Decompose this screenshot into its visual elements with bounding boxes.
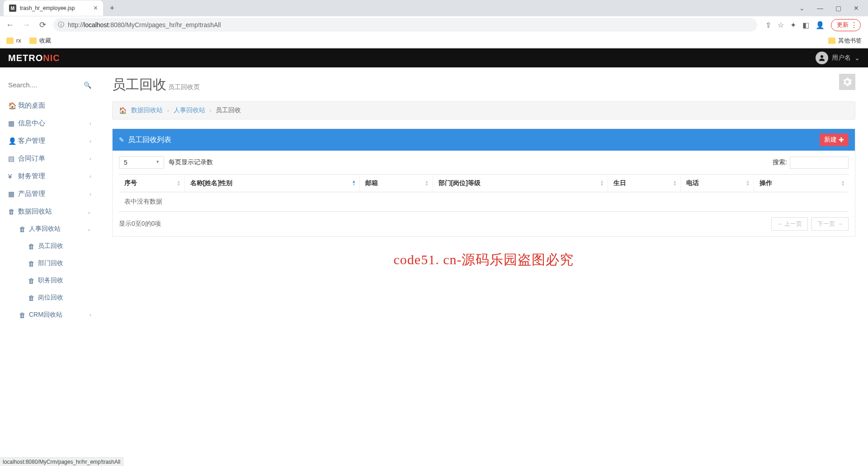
window-controls: ⌄ — ▢ ✕ [796,5,868,12]
panel-header: ✎ 员工回收列表 新建 ✚ [113,129,855,151]
th-name[interactable]: 名称[姓名]性别▲▼ [184,175,359,192]
panel-title: 员工回收列表 [128,135,171,145]
page-title: 员工回收 员工回收页 [112,76,855,94]
extensions-icon[interactable]: ✦ [790,21,796,29]
sort-icon: ▲▼ [841,180,845,186]
avatar-icon [816,52,828,64]
close-tab-icon[interactable]: × [94,4,98,12]
panel-body: 5 每页显示记录数 搜索: 序号▲▼ 名称[姓名]性别▲▼ 邮箱▲▼ 部门[岗位… [113,151,855,236]
user-name: 用户名 [832,54,851,62]
minimize-icon[interactable]: — [814,5,826,12]
sort-icon: ▲▼ [746,180,750,186]
chevron-left-icon: ‹ [90,138,91,144]
th-ops[interactable]: 操作▲▼ [754,175,849,192]
search-input[interactable] [8,81,84,89]
sidebar-item-contract[interactable]: ▤合同订单‹ [0,150,99,167]
folder-icon [29,38,37,44]
sidebar-item-job-recycle[interactable]: 🗑职务回收 [0,272,99,289]
empty-cell: 表中没有数据 [119,192,849,212]
maximize-icon[interactable]: ▢ [832,5,844,12]
sidebar-item-emp-recycle[interactable]: 🗑员工回收 [0,238,99,255]
sidebar-item-desktop[interactable]: 🏠我的桌面 [0,97,99,114]
folder-icon [6,38,14,44]
breadcrumb-current: 员工回收 [216,106,241,114]
info-icon: ▦ [8,119,18,128]
sort-icon: ▲▼ [425,180,429,186]
sort-icon: ▲▼ [352,180,356,186]
sidebar-item-crm-recycle[interactable]: 🗑CRM回收站‹ [0,306,99,323]
user-icon: 👤 [8,137,18,145]
app-body: 🔍 🏠我的桌面 ▦信息中心‹ 👤客户管理‹ ▤合同订单‹ ¥财务管理‹ ▦产品管… [0,67,868,429]
table-search-input[interactable] [790,157,849,169]
trash-icon: 🗑 [28,294,38,302]
th-seq[interactable]: 序号▲▼ [119,175,184,192]
new-tab-button[interactable]: + [106,2,118,14]
site-info-icon[interactable]: ⓘ [58,21,64,29]
share-icon[interactable]: ⇪ [765,21,771,29]
sidebar-item-finance[interactable]: ¥财务管理‹ [0,167,99,185]
chevron-left-icon: ‹ [90,156,91,162]
sidebar-item-customer[interactable]: 👤客户管理‹ [0,132,99,150]
back-button[interactable]: ← [5,20,15,30]
search-label: 搜索: [773,158,787,166]
pager: ← 上一页 下一页 → [771,217,849,231]
bookmark-item[interactable]: 收藏 [29,37,51,45]
sidebar-item-hr-recycle[interactable]: 🗑人事回收站⌄ [0,220,99,238]
bookmark-star-icon[interactable]: ☆ [778,21,784,29]
page-subtitle: 员工回收页 [168,83,200,91]
th-email[interactable]: 邮箱▲▼ [360,175,433,192]
sidebar-item-dept-recycle[interactable]: 🗑部门回收 [0,255,99,272]
sort-icon: ▲▼ [600,180,604,186]
breadcrumb-link[interactable]: 人事回收站 [174,106,205,114]
chevron-left-icon: ‹ [90,173,91,180]
tab-bar: M trash_hr_employee.jsp × + ⌄ — ▢ ✕ [0,0,868,16]
url-text: http://localhost:8080/MyCrm/pages_hr/hr_… [68,21,221,29]
url-input[interactable]: ⓘ http://localhost:8080/MyCrm/pages_hr/h… [53,18,757,32]
settings-button[interactable] [839,74,855,90]
toolbar-right: ⇪ ☆ ✦ ◧ 👤 更新 ⋮ [763,19,863,31]
th-phone[interactable]: 电话▲▼ [681,175,754,192]
bookmark-item[interactable]: rx [6,37,21,44]
prev-page-button[interactable]: ← 上一页 [771,217,808,231]
search-icon[interactable]: 🔍 [84,81,91,89]
trash-icon: 🗑 [28,277,38,285]
sidebar-item-product[interactable]: ▦产品管理‹ [0,185,99,203]
sidebar-item-recycle[interactable]: 🗑数据回收站⌄ [0,203,99,220]
panel: ✎ 员工回收列表 新建 ✚ 5 每页显示记录数 搜索: [112,128,855,237]
table-toolbar: 5 每页显示记录数 搜索: [119,156,849,169]
th-dept[interactable]: 部门[岗位]等级▲▼ [433,175,608,192]
forward-button[interactable]: → [21,20,32,30]
update-button[interactable]: 更新 ⋮ [831,19,861,31]
new-button[interactable]: 新建 ✚ [820,133,849,146]
folder-icon [828,38,835,44]
bookmark-other[interactable]: 其他书签 [828,37,862,45]
svg-point-0 [821,55,823,58]
trash-icon: 🗑 [28,260,38,267]
chevron-left-icon: ‹ [90,191,91,197]
close-window-icon[interactable]: ✕ [850,5,863,12]
breadcrumb-link[interactable]: 数据回收站 [131,106,163,114]
trash-icon: 🗑 [28,243,38,250]
chevron-down-icon: ⌄ [854,54,860,62]
window-dropdown-icon[interactable]: ⌄ [796,5,808,12]
grid-icon: ▦ [8,190,18,198]
profile-icon[interactable]: 👤 [816,21,825,29]
sidebar-item-pos-recycle[interactable]: 🗑岗位回收 [0,289,99,306]
chevron-left-icon: ‹ [90,120,91,127]
home-icon: 🏠 [8,102,18,110]
sidebar-search: 🔍 [0,81,99,97]
logo[interactable]: METRONIC [8,53,60,63]
sidebar-item-info[interactable]: ▦信息中心‹ [0,114,99,132]
user-menu[interactable]: 用户名 ⌄ [816,52,860,64]
page-size-label: 每页显示记录数 [169,158,213,166]
next-page-button[interactable]: 下一页 → [811,217,849,231]
sidepanel-icon[interactable]: ◧ [802,21,809,29]
page-size-select[interactable]: 5 [119,156,164,169]
reload-button[interactable]: ⟳ [37,20,48,30]
browser-tab[interactable]: M trash_hr_employee.jsp × [4,0,103,16]
submenu-hr: 🗑员工回收 🗑部门回收 🗑职务回收 🗑岗位回收 [0,238,99,306]
watermark: code51. cn-源码乐园盗图必究 [394,251,574,269]
trash-icon: 🗑 [19,225,29,233]
th-birthday[interactable]: 生日▲▼ [608,175,680,192]
breadcrumb: 🏠 数据回收站 › 人事回收站 › 员工回收 [112,101,855,119]
